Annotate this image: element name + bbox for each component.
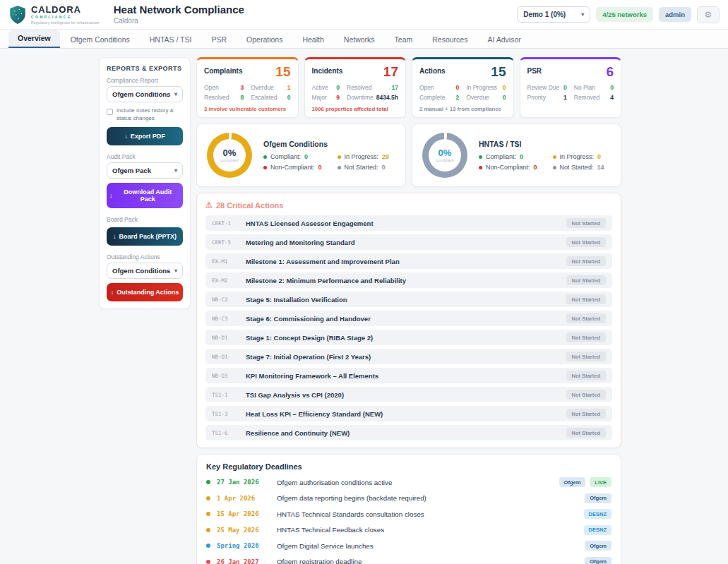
critical-action-row[interactable]: CERT-5 Metering and Monitoring Standard …	[205, 234, 612, 250]
critical-action-row[interactable]: TS1-1 TSI Gap Analysis vs CPI (2020) Not…	[205, 387, 612, 402]
include-notes-checkbox[interactable]	[107, 109, 113, 115]
settings-button[interactable]: ⚙	[697, 6, 720, 23]
stat-card-footnote: 2 manual + 13 from compliance	[419, 106, 506, 112]
tab-health[interactable]: Health	[293, 31, 333, 48]
action-code: CERT-5	[212, 239, 237, 246]
deadline-date: 26 Jan 2027	[217, 558, 270, 564]
legend-item: Not Started: 14	[553, 164, 604, 171]
legend-label: In Progress:	[345, 153, 379, 160]
include-notes-label: Include notes history & status changes	[117, 107, 183, 123]
tab-psr[interactable]: PSR	[202, 31, 236, 48]
critical-action-row[interactable]: NB-O1 Stage 7: Initial Operation (First …	[205, 349, 612, 364]
action-title: Metering and Monitoring Standard	[246, 239, 558, 246]
stat-metric-value: 2	[456, 94, 460, 101]
deadline-title: Ofgem authorisation conditions active	[277, 479, 553, 486]
brand-name: CALDORA	[31, 5, 100, 14]
critical-action-row[interactable]: EX-M2 Milestone 2: Minimum Performance a…	[205, 272, 612, 288]
badge-live: LIVE	[590, 477, 611, 487]
stat-card-complaints: Complaints 15 Open 3 Overdue 1 Resolved …	[196, 57, 299, 118]
deadline-dot-icon	[206, 512, 210, 516]
stat-metric: Complete 2	[419, 94, 459, 101]
action-title: HNTAS Licensed Assessor Engagement	[246, 220, 558, 227]
donut-center-label: compliant	[220, 158, 239, 162]
org-select[interactable]: Demo 1 (0%) ▾	[517, 6, 590, 23]
download-audit-pack-button[interactable]: ↓ Download Audit Pack	[107, 183, 183, 208]
donut-title: HNTAS / TSI	[479, 140, 604, 148]
status-badge: Not Started	[566, 371, 606, 380]
donut-percent: 0%	[438, 148, 452, 157]
stat-metric: Major 9	[312, 94, 340, 101]
outstanding-actions-label: Outstanding Actions	[107, 253, 183, 260]
tab-overview[interactable]: Overview	[8, 30, 60, 48]
critical-actions-panel: ⚠ 28 Critical Actions CERT-1 HNTAS Licen…	[196, 193, 621, 448]
critical-action-row[interactable]: NB-C3 Stage 6: Commissioning and Handove…	[205, 311, 612, 326]
networks-badge: 4/25 networks	[596, 7, 653, 22]
legend-value: 0	[318, 164, 322, 171]
tab-team[interactable]: Team	[386, 31, 422, 48]
deadline-title: Ofgem registration deadline	[277, 558, 578, 564]
stat-metric-value: 3	[241, 84, 244, 91]
critical-action-row[interactable]: EX-M1 Milestone 1: Assessment and Improv…	[205, 253, 612, 269]
legend-dot-icon	[263, 155, 267, 159]
tab-resources[interactable]: Resources	[423, 31, 477, 48]
tab-hntas-tsi[interactable]: HNTAS / TSI	[141, 31, 201, 48]
action-title: Milestone 2: Minimum Performance and Rel…	[246, 277, 558, 284]
compliance-report-select[interactable]: Ofgem Conditions ▾	[107, 86, 183, 102]
critical-action-row[interactable]: TS1-3 Heat Loss KPI – Efficiency Standar…	[205, 406, 612, 421]
stat-metric-label: Resolved	[204, 94, 229, 101]
stat-metric-value: 0	[336, 84, 340, 91]
badge-ofgem: Ofgem	[559, 477, 586, 487]
action-code: NB-D1	[212, 335, 237, 341]
sidebar-title: REPORTS & EXPORTS	[107, 65, 183, 72]
deadline-row: 1 Apr 2026 Ofgem data reporting begins (…	[206, 493, 611, 503]
legend-label: Not Started:	[560, 164, 594, 171]
board-pack-button[interactable]: ↓ Board Pack (PPTX)	[107, 227, 183, 246]
action-code: NB-O1	[212, 354, 237, 360]
legend-label: Not Started:	[345, 164, 378, 171]
tab-ofgem-conditions[interactable]: Ofgem Conditions	[61, 31, 139, 48]
stat-card-title: Incidents	[312, 65, 343, 75]
action-title: Milestone 1: Assessment and Improvement …	[246, 258, 558, 265]
stat-metric-label: No Plan	[574, 84, 595, 91]
stat-metric-label: Resolved	[347, 84, 371, 91]
status-badge: Not Started	[566, 332, 606, 342]
deadlines-list: 27 Jan 2026 Ofgem authorisation conditio…	[206, 477, 611, 564]
critical-action-row[interactable]: CERT-1 HNTAS Licensed Assessor Engagemen…	[205, 215, 612, 231]
legend-value: 14	[597, 164, 604, 171]
critical-action-row[interactable]: TS1-6 Resilience and Continuity (NEW) No…	[205, 425, 612, 440]
stat-card-total: 17	[383, 65, 398, 78]
audit-pack-select[interactable]: Ofgem Pack ▾	[107, 162, 183, 179]
status-badge: Not Started	[566, 237, 606, 247]
legend-dot-icon	[479, 166, 482, 169]
stat-metric-label: Active	[312, 84, 328, 91]
tab-networks[interactable]: Networks	[335, 31, 384, 48]
deadline-title: Ofgem data reporting begins (backdate re…	[277, 494, 578, 502]
deadline-dot-icon	[206, 560, 210, 564]
action-code: TS1-3	[212, 411, 237, 417]
stat-metric-value: 1	[287, 84, 291, 91]
tab-ai-advisor[interactable]: AI Advisor	[478, 31, 530, 48]
legend-dot-icon	[553, 166, 556, 169]
include-notes-checkbox-row[interactable]: Include notes history & status changes	[107, 107, 183, 123]
stat-metric-label: Downtime	[347, 94, 374, 101]
stat-metric: Resolved 8	[204, 94, 244, 101]
export-pdf-button[interactable]: ↓ Export PDF	[107, 127, 183, 145]
deadline-date: 25 May 2026	[217, 527, 270, 534]
stat-metric-value: 17	[392, 84, 398, 91]
deadline-row: 15 Apr 2026 HNTAS Technical Standards co…	[206, 509, 611, 519]
audit-pack-label: Audit Pack	[107, 153, 183, 160]
outstanding-actions-button[interactable]: ↓ Outstanding Actions	[107, 283, 183, 301]
outstanding-actions-select[interactable]: Ofgem Conditions ▾	[107, 263, 183, 279]
badge-ofgem: Ofgem	[585, 541, 611, 551]
donut-panel-ofgem-conditions: 0% compliant Ofgem Conditions Compliant:…	[196, 124, 406, 187]
deadline-row: 25 May 2026 HNTAS Technical Feedback clo…	[206, 525, 611, 535]
board-pack-label: Board Pack	[107, 216, 183, 223]
critical-action-row[interactable]: NB-D1 Stage 1: Concept Design (RIBA Stag…	[205, 330, 612, 345]
action-code: TS1-1	[212, 392, 237, 398]
stat-metric: No Plan 0	[574, 84, 614, 91]
download-icon: ↓	[111, 289, 114, 296]
critical-action-row[interactable]: NB-O3 KPI Monitoring Framework – All Ele…	[205, 368, 612, 383]
tab-operations[interactable]: Operations	[237, 31, 292, 48]
stat-metric-label: Overdue	[466, 94, 489, 101]
critical-action-row[interactable]: NB-C2 Stage 5: Installation Verification…	[205, 292, 612, 307]
